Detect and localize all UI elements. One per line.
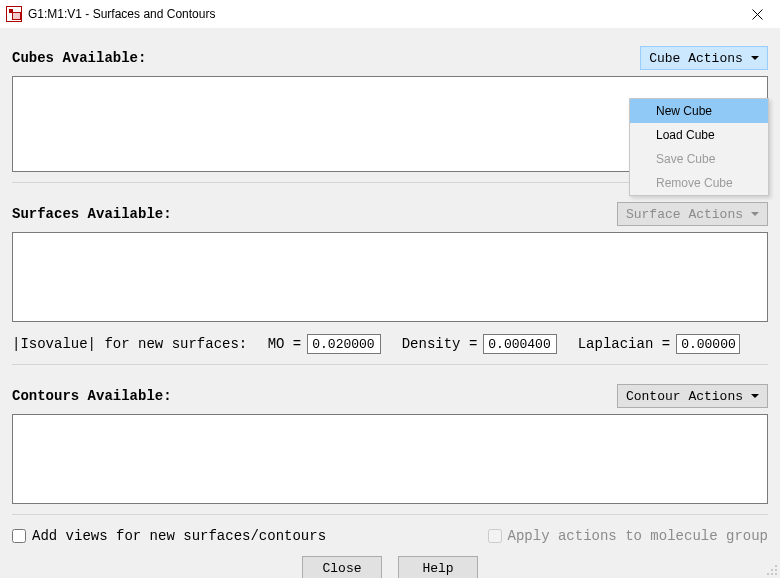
svg-point-0 [775,565,777,567]
contour-actions-button-label: Contour Actions [626,389,743,404]
isovalue-prefix-label: |Isovalue| for new surfaces: [12,336,247,352]
density-label: Density = [402,336,478,352]
cube-actions-button-label: Cube Actions [649,51,743,66]
contour-actions-button[interactable]: Contour Actions [617,384,768,408]
close-window-button[interactable] [735,0,780,28]
surfaces-header: Surfaces Available: Surface Actions [12,202,768,226]
help-button[interactable]: Help [398,556,478,578]
options-row: Add views for new surfaces/contours Appl… [12,528,768,544]
laplacian-label: Laplacian = [578,336,670,352]
svg-point-3 [767,573,769,575]
cubes-header: Cubes Available: Cube Actions [12,46,768,70]
menu-item-save-cube: Save Cube [630,147,768,171]
menu-item-load-cube[interactable]: Load Cube [630,123,768,147]
cube-actions-button[interactable]: Cube Actions [640,46,768,70]
cube-actions-menu: New Cube Load Cube Save Cube Remove Cube [629,98,769,196]
mo-input[interactable] [307,334,381,354]
cubes-label: Cubes Available: [12,50,146,66]
apply-group-checkbox [488,529,502,543]
chevron-down-icon [751,56,759,60]
resize-grip[interactable] [764,562,778,576]
dialog-content: Cubes Available: Cube Actions New Cube L… [0,28,780,578]
chevron-down-icon [751,212,759,216]
close-button[interactable]: Close [302,556,382,578]
surfaces-label: Surfaces Available: [12,206,172,222]
surface-actions-button-label: Surface Actions [626,207,743,222]
menu-item-new-cube[interactable]: New Cube [630,99,768,123]
laplacian-input[interactable] [676,334,740,354]
svg-point-4 [771,573,773,575]
app-icon [6,6,22,22]
divider [12,364,768,366]
svg-point-1 [771,569,773,571]
surfaces-listbox[interactable] [12,232,768,322]
contours-label: Contours Available: [12,388,172,404]
apply-group-label: Apply actions to molecule group [508,528,768,544]
density-input[interactable] [483,334,557,354]
title-bar: G1:M1:V1 - Surfaces and Contours [0,0,780,28]
mo-label: MO = [268,336,302,352]
isovalue-row: |Isovalue| for new surfaces: MO = Densit… [12,334,768,354]
divider [12,514,768,516]
svg-point-5 [775,573,777,575]
chevron-down-icon [751,394,759,398]
apply-group-wrap: Apply actions to molecule group [488,528,768,544]
button-row: Close Help [12,556,768,578]
contours-listbox[interactable] [12,414,768,504]
close-icon [752,9,763,20]
window-title: G1:M1:V1 - Surfaces and Contours [28,7,215,21]
add-views-checkbox[interactable] [12,529,26,543]
contours-header: Contours Available: Contour Actions [12,384,768,408]
menu-item-remove-cube: Remove Cube [630,171,768,195]
svg-point-2 [775,569,777,571]
surface-actions-button: Surface Actions [617,202,768,226]
add-views-label: Add views for new surfaces/contours [32,528,326,544]
